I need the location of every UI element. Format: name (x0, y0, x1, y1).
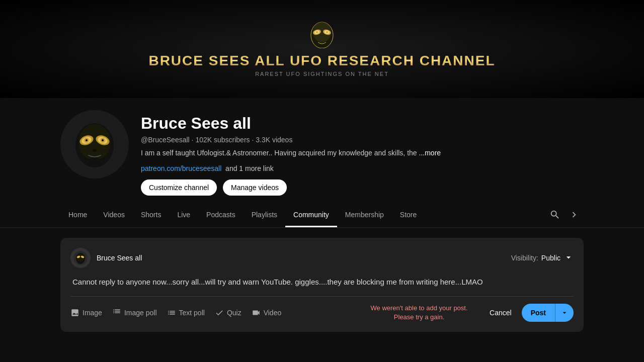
banner-title: BRUCE SEES ALL UFO RESEARCH CHANNEL (148, 53, 495, 69)
tab-community[interactable]: Community (285, 204, 337, 227)
search-icon[interactable] (545, 205, 565, 226)
post-author-name: Bruce Sees all (97, 254, 142, 262)
tab-live[interactable]: Live (169, 204, 198, 227)
quiz-icon (215, 308, 224, 317)
tab-videos[interactable]: Videos (95, 204, 133, 227)
channel-banner: BRUCE SEES ALL UFO RESEARCH CHANNEL RARE… (0, 0, 644, 98)
post-card: Bruce Sees all Visibility: Public Cannot… (60, 238, 584, 332)
tab-podcasts[interactable]: Podcasts (198, 204, 244, 227)
visibility-label: Visibility: (511, 254, 538, 262)
video-action[interactable]: Video (252, 306, 282, 319)
tab-shorts[interactable]: Shorts (133, 204, 169, 227)
tab-home[interactable]: Home (60, 204, 95, 227)
post-actions: Image Image poll Text poll (70, 296, 574, 322)
error-message: We weren't able to add your post. Please… (369, 304, 469, 322)
post-text: Cannot reply to anyone now...sorry all..… (70, 276, 574, 288)
channel-link-extra: and 1 more link (223, 164, 274, 172)
quiz-label: Quiz (227, 309, 242, 317)
image-action[interactable]: Image (70, 306, 102, 319)
text-poll-action[interactable]: Text poll (167, 306, 205, 319)
post-action-buttons: Cancel Post (484, 304, 574, 322)
more-link[interactable]: ...more (419, 149, 441, 157)
svg-point-20 (89, 157, 101, 163)
cancel-button[interactable]: Cancel (484, 305, 518, 321)
channel-avatar[interactable] (60, 110, 129, 178)
text-poll-label: Text poll (179, 309, 205, 317)
post-button[interactable]: Post (522, 304, 555, 322)
image-label: Image (83, 309, 102, 317)
post-header: Bruce Sees all Visibility: Public (70, 248, 574, 268)
channel-buttons: Customize channel Manage videos (141, 179, 584, 196)
text-poll-icon (167, 308, 176, 317)
image-poll-label: Image poll (124, 309, 157, 317)
channel-meta: @BruceSeesall · 102K subscribers · 3.3K … (141, 136, 584, 144)
image-icon (70, 308, 79, 317)
post-author: Bruce Sees all (70, 248, 142, 268)
visibility-chevron-icon[interactable] (564, 252, 574, 264)
post-author-avatar[interactable] (70, 248, 91, 268)
visibility-value: Public (541, 254, 560, 262)
tab-membership[interactable]: Membership (337, 204, 392, 227)
channel-section: Bruce Sees all @BruceSeesall · 102K subs… (0, 98, 644, 196)
video-label: Video (264, 309, 282, 317)
post-button-group: Post (522, 304, 574, 322)
tab-playlists[interactable]: Playlists (244, 204, 285, 227)
channel-name: Bruce Sees all (141, 114, 584, 133)
post-chevron-button[interactable] (555, 304, 574, 322)
post-section: Bruce Sees all Visibility: Public Cannot… (0, 228, 644, 342)
visibility-row: Visibility: Public (511, 252, 574, 264)
tab-store[interactable]: Store (392, 204, 425, 227)
svg-point-19 (93, 149, 97, 152)
video-icon (252, 308, 261, 317)
customize-channel-button[interactable]: Customize channel (141, 179, 217, 196)
nav-chevron-right-icon[interactable] (565, 205, 584, 226)
image-poll-action[interactable]: Image poll (112, 306, 157, 319)
channel-info: Bruce Sees all @BruceSeesall · 102K subs… (141, 110, 584, 196)
quiz-action[interactable]: Quiz (215, 306, 242, 319)
nav-tabs: Home Videos Shorts Live Podcasts Playlis… (0, 204, 644, 228)
channel-description: I am a self taught Ufologist.& Astronome… (141, 148, 584, 158)
banner-subtitle: RAREST UFO SIGHTINGS ON THE NET (255, 71, 389, 77)
banner-logo-icon (306, 21, 338, 50)
channel-link[interactable]: patreon.com/bruceseesall (141, 164, 221, 172)
image-poll-icon (112, 308, 121, 317)
channel-links-row: patreon.com/bruceseesall and 1 more link (141, 164, 584, 172)
manage-videos-button[interactable]: Manage videos (223, 179, 287, 196)
